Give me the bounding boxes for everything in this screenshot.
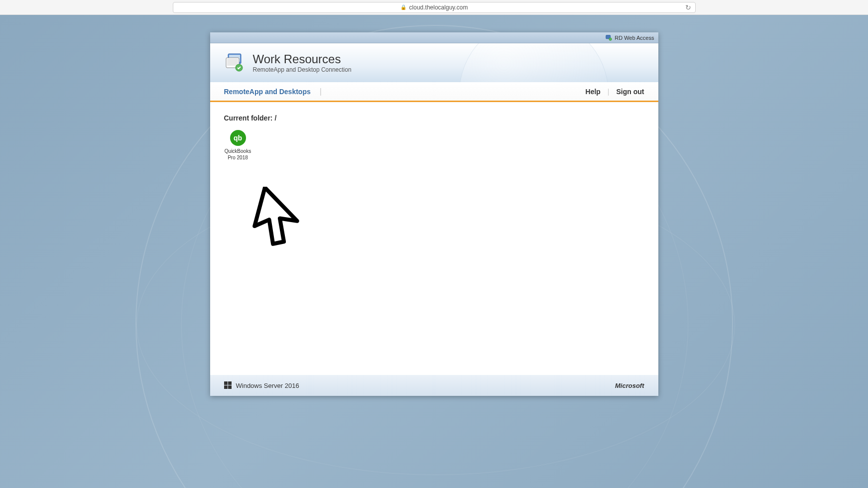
topbar-label: RD Web Access [615, 35, 654, 41]
help-link[interactable]: Help [586, 88, 601, 96]
server-label: Windows Server 2016 [236, 382, 299, 389]
microsoft-brand: Microsoft [615, 382, 644, 389]
page-background: RD Web Access Work Resources RemoteApp a… [0, 15, 868, 488]
browser-toolbar: 🔒 cloud.thelocalguy.com ↻ [0, 0, 868, 15]
signout-link[interactable]: Sign out [617, 88, 644, 96]
windows-logo-icon [224, 381, 232, 389]
footer-left: Windows Server 2016 [224, 381, 299, 389]
svg-rect-10 [228, 385, 232, 389]
page-subtitle: RemoteApp and Desktop Connection [253, 66, 352, 73]
svg-rect-7 [224, 381, 228, 385]
url-text: cloud.thelocalguy.com [409, 4, 468, 11]
svg-rect-5 [227, 59, 238, 66]
svg-rect-9 [224, 385, 228, 389]
lock-icon: 🔒 [400, 4, 406, 10]
quickbooks-icon: qb [230, 130, 246, 146]
panel-topbar: RD Web Access [210, 32, 658, 43]
address-bar[interactable]: 🔒 cloud.thelocalguy.com ↻ [173, 2, 696, 13]
current-folder-label: Current folder: / [224, 114, 644, 122]
nav-right: Help | Sign out [586, 88, 644, 96]
nav-left: RemoteApp and Desktops | [224, 87, 322, 96]
tab-remoteapp-desktops[interactable]: RemoteApp and Desktops [224, 88, 311, 96]
header-text: Work Resources RemoteApp and Desktop Con… [253, 52, 352, 73]
panel-header: Work Resources RemoteApp and Desktop Con… [210, 43, 658, 82]
app-quickbooks[interactable]: qb QuickBooks Pro 2018 [224, 130, 252, 161]
app-label: QuickBooks Pro 2018 [224, 148, 252, 161]
page-title: Work Resources [253, 52, 352, 66]
rdweb-panel: RD Web Access Work Resources RemoteApp a… [210, 32, 658, 396]
nav-divider: | [320, 87, 322, 96]
rdweb-icon [606, 34, 613, 41]
panel-body: Current folder: / qb QuickBooks Pro 2018 [210, 102, 658, 375]
header-globe-decoration [459, 43, 609, 82]
svg-rect-8 [228, 381, 232, 385]
panel-nav: RemoteApp and Desktops | Help | Sign out [210, 82, 658, 102]
refresh-icon[interactable]: ↻ [685, 3, 691, 11]
panel-footer: Windows Server 2016 Microsoft [210, 375, 658, 396]
svg-point-1 [609, 38, 612, 40]
nav-divider: | [608, 88, 610, 96]
work-resources-icon [224, 51, 248, 75]
